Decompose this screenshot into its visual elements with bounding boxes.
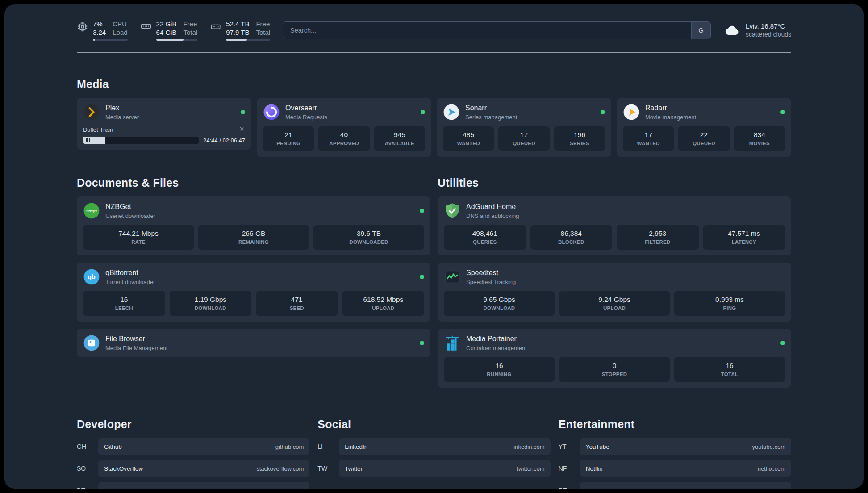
disk-free-label: Free <box>256 20 270 28</box>
stat-box: 17 WANTED <box>623 126 674 151</box>
stat-box: 266 GB REMAINING <box>198 225 309 250</box>
service-card-portainer[interactable]: Media Portainer Container management 16 … <box>438 329 791 388</box>
plex-now-playing: Bullet Train 24:44 / 02:06:47 <box>83 125 245 144</box>
bookmark-link[interactable]: LinkedIn linkedin.com <box>339 438 550 455</box>
service-card-speedtest[interactable]: Speedtest Speedtest Tracking 9.65 Gbps D… <box>438 263 791 322</box>
status-dot <box>780 110 785 114</box>
disk-widget: 52.4 TB 97.9 TB Free Total <box>210 20 270 41</box>
bookmark-dev: DT DEV dev.to <box>77 482 309 489</box>
stat-box: 945 AVAILABLE <box>374 126 425 151</box>
svg-text:nzbget: nzbget <box>86 209 97 213</box>
bookmark-link[interactable]: StackOverflow stackoverflow.com <box>98 460 309 477</box>
bookmark-url: netflix.com <box>758 465 785 472</box>
stat-value: 0 <box>561 362 668 370</box>
status-dot <box>420 341 424 345</box>
radarr-icon <box>623 104 640 121</box>
service-subtitle: Movie management <box>645 114 696 121</box>
status-dot <box>601 110 605 114</box>
service-title: qBittorrent <box>105 268 155 277</box>
stat-box: 744.21 Mbps RATE <box>83 225 194 250</box>
bookmark-abbr: NF <box>559 465 580 472</box>
section-documents: Documents & Files nzbget NZBGet Usenet d… <box>77 176 430 357</box>
disk-total-value: 97.9 TB <box>226 28 249 37</box>
stat-label: QUERIES <box>446 239 524 245</box>
stat-box: 471 SEED <box>256 291 338 316</box>
bookmark-reddit: RE Reddit reddit.com <box>559 482 791 489</box>
stat-box: 2,953 FILTERED <box>617 225 699 250</box>
service-title: AdGuard Home <box>466 202 519 211</box>
search-input[interactable] <box>283 21 711 39</box>
playback-progress-bar[interactable] <box>83 137 199 144</box>
stat-box: 498,461 QUERIES <box>444 225 526 250</box>
service-subtitle: Usenet downloader <box>105 213 155 219</box>
cpu-load-label: Load <box>113 28 127 37</box>
stat-value: 834 <box>736 131 783 139</box>
service-card-overseerr[interactable]: Overseerr Media Requests 21 PENDING 40 A… <box>257 98 431 157</box>
stat-box: 196 SERIES <box>554 126 605 151</box>
bookmark-github: GH Github github.com <box>77 438 309 455</box>
stat-box: 834 MOVIES <box>734 126 785 151</box>
status-dot <box>780 341 785 345</box>
bookmark-linkedin: LI LinkedIn linkedin.com <box>317 438 550 455</box>
bookmark-abbr: SO <box>77 465 98 472</box>
service-card-sonarr[interactable]: Sonarr Series management 485 WANTED 17 Q… <box>437 98 611 157</box>
stat-value: 9.65 Gbps <box>446 296 553 304</box>
service-subtitle: Container management <box>466 345 527 351</box>
section-title-utilities: Utilities <box>438 176 791 189</box>
bookmark-link[interactable]: DEV dev.to <box>98 482 309 489</box>
stat-box: 16 LEECH <box>83 291 165 316</box>
stat-value: 22 <box>680 131 727 139</box>
bookmark-link[interactable]: YouTube youtube.com <box>580 438 791 455</box>
bookmark-group-social: Social LI LinkedIn linkedin.com TW <box>317 418 550 477</box>
stat-box: 0.993 ms PING <box>674 291 785 316</box>
bookmark-name: LinkedIn <box>345 443 367 450</box>
section-title-media: Media <box>77 78 791 91</box>
bookmark-twitter: TW Twitter twitter.com <box>317 460 550 477</box>
stat-box: 17 QUEUED <box>498 126 549 151</box>
gear-icon[interactable] <box>238 125 245 134</box>
bookmark-link[interactable]: Github github.com <box>98 438 309 455</box>
service-card-adguard[interactable]: AdGuard Home DNS and adblocking 498,461 … <box>438 196 791 255</box>
cpu-icon <box>77 21 88 34</box>
service-card-filebrowser[interactable]: File Browser Media File Management <box>77 329 430 357</box>
stat-label: DOWNLOAD <box>446 305 553 311</box>
service-card-qbittorrent[interactable]: qb qBittorrent Torrent downloader 16 <box>77 263 430 322</box>
bookmark-link[interactable]: Reddit reddit.com <box>580 482 791 489</box>
pause-icon[interactable] <box>86 138 90 142</box>
status-dot <box>420 209 424 213</box>
stat-label: TOTAL <box>676 372 783 377</box>
stat-box: 86,384 BLOCKED <box>530 225 613 250</box>
stat-value: 2,953 <box>618 230 697 238</box>
stat-value: 0.993 ms <box>676 296 783 304</box>
stat-label: LATENCY <box>705 239 784 245</box>
service-subtitle: Media Requests <box>285 114 327 121</box>
stat-box: 22 QUEUED <box>678 126 729 151</box>
stat-value: 266 GB <box>200 230 307 238</box>
bookmark-abbr: YT <box>559 443 580 450</box>
memory-icon <box>140 21 152 34</box>
service-subtitle: Media File Management <box>105 345 167 351</box>
bookmark-stackoverflow: SO StackOverflow stackoverflow.com <box>77 460 309 477</box>
header-divider <box>77 52 791 53</box>
memory-free-label: Free <box>183 20 197 28</box>
top-bar: 7% 3.24 CPU Load <box>77 20 791 41</box>
bookmark-link[interactable]: Netflix netflix.com <box>580 460 791 477</box>
bookmark-link[interactable]: Twitter twitter.com <box>339 460 550 477</box>
bookmark-name: Netflix <box>586 465 603 472</box>
search-engine-button[interactable]: G <box>691 22 710 39</box>
service-card-nzbget[interactable]: nzbget NZBGet Usenet downloader 744.21 M… <box>77 196 430 255</box>
stat-label: PENDING <box>265 141 312 146</box>
bookmark-abbr: GH <box>77 443 98 450</box>
bookmark-abbr: RE <box>559 487 580 489</box>
bookmark-group-entertainment: Entertainment YT YouTube youtube.com NF <box>559 418 791 489</box>
bookmark-name: Twitter <box>345 465 363 472</box>
service-card-plex[interactable]: Plex Media server Bullet Train <box>77 98 251 150</box>
stat-label: AVAILABLE <box>376 141 423 146</box>
service-card-radarr[interactable]: Radarr Movie management 17 WANTED 22 QUE… <box>617 98 791 157</box>
cpu-progress-bar <box>93 39 128 41</box>
bookmark-url: dev.to <box>288 487 304 489</box>
stat-label: DOWNLOADED <box>315 239 422 245</box>
stat-value: 9.24 Gbps <box>561 296 668 304</box>
weather-widget: Lviv, 16.87°C scattered clouds <box>723 22 791 38</box>
bookmark-name: Github <box>104 443 122 450</box>
